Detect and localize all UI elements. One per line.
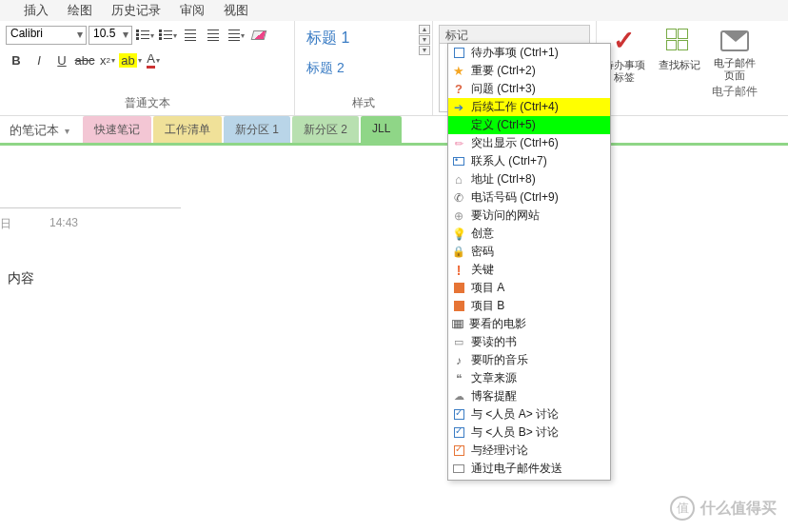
tag-label: 定义 (Ctrl+5) bbox=[471, 117, 536, 133]
outdent-button[interactable] bbox=[180, 25, 201, 46]
bullet-list-button[interactable]: ▾ bbox=[134, 25, 155, 46]
tag-item-21[interactable]: 与 <人员 B> 讨论 bbox=[448, 424, 610, 442]
tag-item-11[interactable]: 🔒密码 bbox=[448, 243, 610, 261]
clear-format-button[interactable] bbox=[248, 25, 269, 46]
tag-label: 项目 B bbox=[471, 298, 504, 314]
tag-label: 问题 (Ctrl+3) bbox=[471, 81, 536, 97]
tag-item-7[interactable]: ⌂地址 (Ctrl+8) bbox=[448, 170, 610, 188]
group-styles: 标题 1 标题 2 ▴▾▾ 样式 bbox=[295, 21, 433, 115]
tag-label: 创意 bbox=[471, 226, 494, 242]
section-tabs-bar: 的笔记本 快速笔记工作清单新分区 1新分区 2JLL bbox=[0, 116, 788, 143]
tags-gallery-header: 标记 bbox=[439, 25, 590, 44]
eraser-icon bbox=[251, 30, 267, 40]
tag-item-10[interactable]: 💡创意 bbox=[448, 225, 610, 243]
page-canvas[interactable]: 日 14:43 内容 bbox=[0, 146, 788, 287]
tag-item-15[interactable]: ▦要看的电影 bbox=[448, 315, 610, 333]
tag-label: 与 <人员 B> 讨论 bbox=[471, 424, 559, 441]
tag-label: 后续工作 (Ctrl+4) bbox=[471, 99, 559, 115]
tag-label: 密码 bbox=[471, 244, 494, 260]
tag-label: 要访问的网站 bbox=[471, 207, 540, 224]
tag-item-2[interactable]: ?问题 (Ctrl+3) bbox=[448, 80, 610, 98]
tag-label: 与经理讨论 bbox=[471, 443, 528, 459]
number-list-icon bbox=[159, 30, 172, 41]
group-label-email: 电子邮件 bbox=[707, 82, 762, 104]
styles-scroll[interactable]: ▴▾▾ bbox=[419, 25, 430, 55]
tag-label: 要听的音乐 bbox=[471, 352, 528, 368]
font-color-icon: A bbox=[147, 51, 155, 69]
font-size-select[interactable]: 10.5 bbox=[89, 26, 132, 45]
envelope-icon bbox=[720, 30, 749, 51]
highlight-button[interactable]: ab▾ bbox=[120, 49, 141, 70]
tag-label: 地址 (Ctrl+8) bbox=[471, 171, 536, 187]
menu-bar: 插入 绘图 历史记录 审阅 视图 bbox=[0, 0, 788, 21]
tag-label: 联系人 (Ctrl+7) bbox=[471, 153, 547, 169]
section-tab-3[interactable]: 新分区 2 bbox=[292, 116, 359, 143]
section-tab-2[interactable]: 新分区 1 bbox=[224, 116, 290, 143]
tag-item-5[interactable]: ✎突出显示 (Ctrl+6) bbox=[448, 134, 610, 152]
strike-button[interactable]: abc bbox=[74, 49, 95, 70]
menu-view[interactable]: 视图 bbox=[224, 2, 248, 19]
tag-item-23[interactable]: 通过电子邮件发送 bbox=[448, 460, 610, 478]
tag-item-16[interactable]: ▭要读的书 bbox=[448, 333, 610, 351]
font-color-button[interactable]: A▾ bbox=[143, 49, 164, 70]
indent-icon bbox=[207, 30, 219, 41]
tags-dropdown: 待办事项 (Ctrl+1)★重要 (Ctrl+2)?问题 (Ctrl+3)➔后续… bbox=[447, 43, 611, 481]
group-label-basic-text: 普通文本 bbox=[6, 93, 288, 115]
watermark-text: 什么值得买 bbox=[700, 499, 777, 519]
tag-label: 与 <人员 A> 讨论 bbox=[471, 406, 559, 423]
tag-item-0[interactable]: 待办事项 (Ctrl+1) bbox=[448, 44, 610, 62]
section-tab-0[interactable]: 快速笔记 bbox=[83, 116, 151, 143]
watermark-badge: 值 bbox=[670, 496, 695, 521]
tag-item-13[interactable]: 项目 A bbox=[448, 279, 610, 297]
tag-item-4[interactable]: 定义 (Ctrl+5) bbox=[448, 116, 610, 134]
italic-button[interactable]: I bbox=[29, 49, 49, 70]
bold-button[interactable]: B bbox=[6, 49, 27, 70]
tag-label: 关键 bbox=[471, 262, 494, 278]
font-name-select[interactable]: Calibri bbox=[6, 26, 87, 45]
outdent-icon bbox=[185, 30, 196, 41]
tag-label: 通过电子邮件发送 bbox=[471, 461, 562, 477]
style-heading-1[interactable]: 标题 1 bbox=[301, 25, 426, 52]
ribbon: Calibri 10.5 ▾ ▾ ▾ B I U abc x2▾ ab▾ A▾ … bbox=[0, 21, 788, 116]
email-page-button[interactable]: 电子邮件页面 bbox=[707, 21, 762, 82]
subscript-button[interactable]: x2▾ bbox=[97, 49, 118, 70]
tag-item-14[interactable]: 项目 B bbox=[448, 297, 610, 315]
tag-item-19[interactable]: ☁博客提醒 bbox=[448, 387, 610, 405]
tag-label: 要读的书 bbox=[471, 334, 517, 350]
tag-item-17[interactable]: ♪要听的音乐 bbox=[448, 351, 610, 369]
bullet-list-icon bbox=[136, 30, 149, 41]
page-body-text[interactable]: 内容 bbox=[0, 270, 788, 287]
page-time: 14:43 bbox=[49, 216, 78, 232]
tag-item-3[interactable]: ➔后续工作 (Ctrl+4) bbox=[448, 98, 610, 116]
number-list-button[interactable]: ▾ bbox=[157, 25, 178, 46]
find-tags-button[interactable]: 查找标记 bbox=[652, 21, 707, 115]
menu-draw[interactable]: 绘图 bbox=[68, 2, 92, 19]
underline-button[interactable]: U bbox=[51, 49, 72, 70]
tag-item-22[interactable]: 与经理讨论 bbox=[448, 442, 610, 460]
align-button[interactable]: ▾ bbox=[226, 25, 246, 46]
style-heading-2[interactable]: 标题 2 bbox=[301, 56, 426, 81]
group-label-styles: 样式 bbox=[301, 93, 426, 115]
tag-item-20[interactable]: 与 <人员 A> 讨论 bbox=[448, 405, 610, 424]
menu-review[interactable]: 审阅 bbox=[180, 2, 205, 19]
section-tab-4[interactable]: JLL bbox=[361, 116, 402, 143]
tag-item-6[interactable]: 联系人 (Ctrl+7) bbox=[448, 152, 610, 170]
notebook-selector[interactable]: 的笔记本 bbox=[0, 116, 83, 143]
tag-item-1[interactable]: ★重要 (Ctrl+2) bbox=[448, 62, 610, 80]
section-tab-1[interactable]: 工作清单 bbox=[153, 116, 222, 143]
tag-item-8[interactable]: ✆电话号码 (Ctrl+9) bbox=[448, 188, 610, 207]
menu-history[interactable]: 历史记录 bbox=[111, 2, 161, 19]
tag-item-12[interactable]: !关键 bbox=[448, 261, 610, 279]
highlight-icon: ab bbox=[119, 53, 136, 68]
search-tag-icon bbox=[664, 27, 695, 57]
tag-label: 博客提醒 bbox=[471, 388, 517, 404]
tag-item-18[interactable]: ❝文章来源 bbox=[448, 369, 610, 387]
tag-label: 待办事项 (Ctrl+1) bbox=[471, 45, 559, 61]
tag-item-9[interactable]: ⊕要访问的网站 bbox=[448, 207, 610, 225]
menu-insert[interactable]: 插入 bbox=[24, 2, 49, 19]
tag-label: 重要 (Ctrl+2) bbox=[471, 63, 536, 79]
tag-label: 项目 A bbox=[471, 280, 504, 296]
indent-button[interactable] bbox=[203, 25, 224, 46]
page-title-input[interactable] bbox=[0, 187, 181, 208]
align-icon bbox=[228, 30, 240, 41]
